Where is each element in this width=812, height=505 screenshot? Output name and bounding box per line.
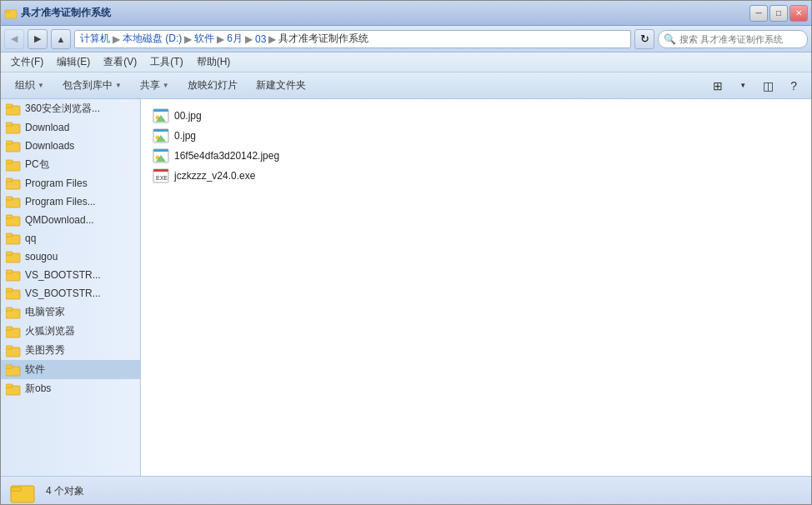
search-bar: 🔍 xyxy=(658,30,808,48)
sidebar-item-1[interactable]: Download xyxy=(1,118,140,137)
slideshow-button[interactable]: 放映幻灯片 xyxy=(180,75,245,96)
file-item-3[interactable]: EXE jczkzzz_v24.0.exe xyxy=(148,166,804,186)
breadcrumb: 计算机 ▶ 本地磁盘 (D:) ▶ 软件 ▶ 6月 ▶ 03 ▶ 具才准考证制作… xyxy=(74,30,631,48)
file-item-1[interactable]: 0.jpg xyxy=(148,126,804,146)
svg-rect-7 xyxy=(6,141,13,144)
sidebar-item-13[interactable]: 美图秀秀 xyxy=(1,341,140,360)
breadcrumb-day[interactable]: 03 xyxy=(255,33,266,45)
folder-icon xyxy=(6,232,21,245)
svg-rect-5 xyxy=(6,122,13,126)
share-arrow: ▼ xyxy=(163,82,169,89)
svg-rect-29 xyxy=(6,346,13,349)
sidebar-item-10[interactable]: VS_BOOTSTR... xyxy=(1,284,140,302)
title-bar: 具才准考证制作系统 ─ □ ✕ xyxy=(1,1,811,26)
file-item-0[interactable]: 00.jpg xyxy=(148,106,804,126)
window-title: 具才准考证制作系统 xyxy=(21,6,111,20)
preview-button[interactable]: ◫ xyxy=(755,76,781,96)
toolbar: 组织 ▼ 包含到库中 ▼ 共享 ▼ 放映幻灯片 新建文件夹 ⊞ ▼ ◫ ? xyxy=(1,72,811,99)
sidebar-item-label: VS_BOOTSTR... xyxy=(25,269,101,281)
sidebar-item-label: Downloads xyxy=(25,140,74,152)
sidebar-item-label: QMDownload... xyxy=(25,214,94,226)
sidebar-item-label: 360安全浏览器... xyxy=(25,102,100,116)
close-button[interactable]: ✕ xyxy=(789,5,808,22)
svg-rect-1 xyxy=(5,11,10,12)
sidebar-item-12[interactable]: 火狐浏览器 xyxy=(1,322,140,341)
svg-rect-11 xyxy=(6,178,13,182)
sidebar-item-15[interactable]: 新obs xyxy=(1,379,140,398)
sidebar-item-0[interactable]: 360安全浏览器... xyxy=(1,99,140,118)
minimize-button[interactable]: ─ xyxy=(749,5,768,22)
menu-help[interactable]: 帮助(H) xyxy=(190,53,238,71)
organize-arrow: ▼ xyxy=(38,82,44,89)
menu-view[interactable]: 查看(V) xyxy=(97,53,143,71)
view-arrow-button[interactable]: ▼ xyxy=(732,78,754,92)
breadcrumb-disk[interactable]: 本地磁盘 (D:) xyxy=(123,32,182,46)
folder-icon xyxy=(6,268,21,282)
include-label: 包含到库中 xyxy=(63,78,113,92)
svg-rect-51 xyxy=(11,486,34,502)
image-file-icon xyxy=(153,108,169,123)
svg-rect-33 xyxy=(6,384,13,388)
folder-icon xyxy=(6,363,21,377)
sidebar-item-9[interactable]: VS_BOOTSTR... xyxy=(1,266,140,284)
status-text: 4 个对象 xyxy=(46,484,84,498)
svg-rect-47 xyxy=(153,169,168,172)
address-bar: ◀ ▶ ▲ 计算机 ▶ 本地磁盘 (D:) ▶ 软件 ▶ 6月 ▶ 03 ▶ 具… xyxy=(1,26,811,52)
folder-icon xyxy=(6,158,21,172)
svg-rect-19 xyxy=(6,252,13,255)
folder-icon xyxy=(6,306,21,319)
sidebar-item-3[interactable]: PC包 xyxy=(1,155,140,174)
breadcrumb-computer[interactable]: 计算机 xyxy=(80,32,110,46)
sidebar-item-4[interactable]: Program Files xyxy=(1,174,140,192)
sidebar-item-6[interactable]: QMDownload... xyxy=(1,211,140,229)
view-buttons: ⊞ ▼ ◫ ? xyxy=(705,76,804,96)
sidebar-item-5[interactable]: Program Files... xyxy=(1,192,140,211)
svg-rect-39 xyxy=(153,129,168,132)
include-button[interactable]: 包含到库中 ▼ xyxy=(55,75,129,96)
menu-file[interactable]: 文件(F) xyxy=(4,53,50,71)
organize-button[interactable]: 组织 ▼ xyxy=(8,75,52,96)
svg-rect-3 xyxy=(6,104,13,108)
status-bar: 4 个对象 xyxy=(1,476,811,505)
file-name: 16f5e4dfa3d20142.jpeg xyxy=(174,150,279,162)
svg-rect-13 xyxy=(6,197,13,200)
help-toolbar-button[interactable]: ? xyxy=(783,76,804,96)
folder-icon xyxy=(6,325,21,338)
sidebar-item-label: PC包 xyxy=(25,158,49,172)
breadcrumb-month[interactable]: 6月 xyxy=(227,32,243,46)
title-controls: ─ □ ✕ xyxy=(749,5,808,22)
menu-tools[interactable]: 工具(T) xyxy=(143,53,189,71)
sidebar-item-2[interactable]: Downloads xyxy=(1,137,140,155)
up-button[interactable]: ▲ xyxy=(51,29,71,49)
maximize-button[interactable]: □ xyxy=(769,5,788,22)
slideshow-label: 放映幻灯片 xyxy=(188,78,238,92)
file-name: jczkzzz_v24.0.exe xyxy=(174,170,255,182)
sidebar-item-11[interactable]: 电脑管家 xyxy=(1,302,140,322)
sidebar-item-7[interactable]: qq xyxy=(1,229,140,248)
folder-icon xyxy=(6,382,21,396)
svg-rect-9 xyxy=(6,160,13,163)
folder-icon xyxy=(6,287,21,300)
share-button[interactable]: 共享 ▼ xyxy=(133,75,177,96)
svg-rect-27 xyxy=(6,327,13,330)
view-mode-button[interactable]: ⊞ xyxy=(705,76,730,96)
forward-button[interactable]: ▶ xyxy=(28,29,48,49)
file-item-2[interactable]: 16f5e4dfa3d20142.jpeg xyxy=(148,146,804,166)
back-button[interactable]: ◀ xyxy=(4,29,24,49)
new-folder-button[interactable]: 新建文件夹 xyxy=(248,75,313,96)
new-folder-label: 新建文件夹 xyxy=(256,78,306,92)
breadcrumb-software[interactable]: 软件 xyxy=(194,32,214,46)
menu-bar: 文件(F) 编辑(E) 查看(V) 工具(T) 帮助(H) xyxy=(1,52,811,72)
svg-rect-43 xyxy=(153,149,168,152)
menu-edit[interactable]: 编辑(E) xyxy=(50,53,97,71)
refresh-button[interactable]: ↻ xyxy=(634,29,654,49)
breadcrumb-current: 具才准考证制作系统 xyxy=(278,32,368,46)
search-input[interactable] xyxy=(679,34,802,44)
sidebar-item-14[interactable]: 软件 xyxy=(1,360,140,379)
folder-icon xyxy=(6,139,21,152)
sidebar-item-label: Download xyxy=(25,122,69,133)
sidebar-item-8[interactable]: sougou xyxy=(1,248,140,266)
main-area: 360安全浏览器... Download Downloads PC包 xyxy=(1,99,811,476)
title-bar-left: 具才准考证制作系统 xyxy=(4,6,111,20)
sidebar-item-label: Program Files xyxy=(25,178,88,189)
